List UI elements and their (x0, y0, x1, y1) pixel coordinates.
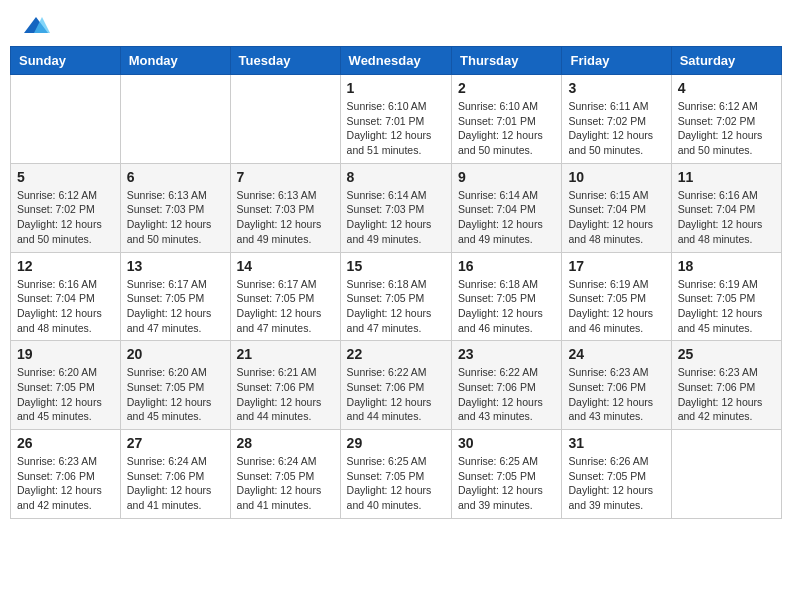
day-info: Sunrise: 6:10 AM Sunset: 7:01 PM Dayligh… (347, 99, 445, 158)
day-info: Sunrise: 6:25 AM Sunset: 7:05 PM Dayligh… (458, 454, 555, 513)
day-number: 29 (347, 435, 445, 451)
calendar-cell: 26Sunrise: 6:23 AM Sunset: 7:06 PM Dayli… (11, 430, 121, 519)
day-number: 10 (568, 169, 664, 185)
day-info: Sunrise: 6:23 AM Sunset: 7:06 PM Dayligh… (568, 365, 664, 424)
day-info: Sunrise: 6:13 AM Sunset: 7:03 PM Dayligh… (237, 188, 334, 247)
calendar-header-sunday: Sunday (11, 47, 121, 75)
day-info: Sunrise: 6:16 AM Sunset: 7:04 PM Dayligh… (678, 188, 775, 247)
calendar-header-row: SundayMondayTuesdayWednesdayThursdayFrid… (11, 47, 782, 75)
day-info: Sunrise: 6:23 AM Sunset: 7:06 PM Dayligh… (17, 454, 114, 513)
day-info: Sunrise: 6:16 AM Sunset: 7:04 PM Dayligh… (17, 277, 114, 336)
day-number: 22 (347, 346, 445, 362)
day-info: Sunrise: 6:15 AM Sunset: 7:04 PM Dayligh… (568, 188, 664, 247)
day-number: 19 (17, 346, 114, 362)
day-number: 12 (17, 258, 114, 274)
calendar-cell: 11Sunrise: 6:16 AM Sunset: 7:04 PM Dayli… (671, 163, 781, 252)
calendar-week-4: 26Sunrise: 6:23 AM Sunset: 7:06 PM Dayli… (11, 430, 782, 519)
calendar-cell: 3Sunrise: 6:11 AM Sunset: 7:02 PM Daylig… (562, 75, 671, 164)
calendar-cell: 9Sunrise: 6:14 AM Sunset: 7:04 PM Daylig… (452, 163, 562, 252)
day-info: Sunrise: 6:23 AM Sunset: 7:06 PM Dayligh… (678, 365, 775, 424)
day-number: 9 (458, 169, 555, 185)
day-info: Sunrise: 6:26 AM Sunset: 7:05 PM Dayligh… (568, 454, 664, 513)
day-number: 26 (17, 435, 114, 451)
day-number: 11 (678, 169, 775, 185)
calendar-week-0: 1Sunrise: 6:10 AM Sunset: 7:01 PM Daylig… (11, 75, 782, 164)
day-info: Sunrise: 6:20 AM Sunset: 7:05 PM Dayligh… (17, 365, 114, 424)
day-info: Sunrise: 6:21 AM Sunset: 7:06 PM Dayligh… (237, 365, 334, 424)
calendar-cell: 4Sunrise: 6:12 AM Sunset: 7:02 PM Daylig… (671, 75, 781, 164)
day-info: Sunrise: 6:20 AM Sunset: 7:05 PM Dayligh… (127, 365, 224, 424)
calendar-cell: 2Sunrise: 6:10 AM Sunset: 7:01 PM Daylig… (452, 75, 562, 164)
day-number: 5 (17, 169, 114, 185)
day-info: Sunrise: 6:11 AM Sunset: 7:02 PM Dayligh… (568, 99, 664, 158)
calendar-cell: 28Sunrise: 6:24 AM Sunset: 7:05 PM Dayli… (230, 430, 340, 519)
day-number: 24 (568, 346, 664, 362)
day-number: 8 (347, 169, 445, 185)
calendar-cell: 5Sunrise: 6:12 AM Sunset: 7:02 PM Daylig… (11, 163, 121, 252)
calendar-cell: 7Sunrise: 6:13 AM Sunset: 7:03 PM Daylig… (230, 163, 340, 252)
calendar-cell (230, 75, 340, 164)
calendar-header-friday: Friday (562, 47, 671, 75)
calendar-header-wednesday: Wednesday (340, 47, 451, 75)
day-number: 20 (127, 346, 224, 362)
day-info: Sunrise: 6:12 AM Sunset: 7:02 PM Dayligh… (678, 99, 775, 158)
day-info: Sunrise: 6:24 AM Sunset: 7:05 PM Dayligh… (237, 454, 334, 513)
page-header (10, 10, 782, 36)
calendar-cell: 15Sunrise: 6:18 AM Sunset: 7:05 PM Dayli… (340, 252, 451, 341)
day-info: Sunrise: 6:12 AM Sunset: 7:02 PM Dayligh… (17, 188, 114, 247)
day-info: Sunrise: 6:17 AM Sunset: 7:05 PM Dayligh… (237, 277, 334, 336)
calendar-cell: 21Sunrise: 6:21 AM Sunset: 7:06 PM Dayli… (230, 341, 340, 430)
calendar-cell (11, 75, 121, 164)
calendar-week-2: 12Sunrise: 6:16 AM Sunset: 7:04 PM Dayli… (11, 252, 782, 341)
day-number: 31 (568, 435, 664, 451)
day-info: Sunrise: 6:19 AM Sunset: 7:05 PM Dayligh… (568, 277, 664, 336)
day-info: Sunrise: 6:17 AM Sunset: 7:05 PM Dayligh… (127, 277, 224, 336)
logo (20, 15, 52, 31)
day-number: 3 (568, 80, 664, 96)
day-info: Sunrise: 6:25 AM Sunset: 7:05 PM Dayligh… (347, 454, 445, 513)
day-info: Sunrise: 6:18 AM Sunset: 7:05 PM Dayligh… (458, 277, 555, 336)
day-info: Sunrise: 6:13 AM Sunset: 7:03 PM Dayligh… (127, 188, 224, 247)
calendar-cell: 16Sunrise: 6:18 AM Sunset: 7:05 PM Dayli… (452, 252, 562, 341)
calendar-cell: 22Sunrise: 6:22 AM Sunset: 7:06 PM Dayli… (340, 341, 451, 430)
day-info: Sunrise: 6:22 AM Sunset: 7:06 PM Dayligh… (458, 365, 555, 424)
day-number: 25 (678, 346, 775, 362)
day-number: 1 (347, 80, 445, 96)
day-info: Sunrise: 6:24 AM Sunset: 7:06 PM Dayligh… (127, 454, 224, 513)
day-number: 16 (458, 258, 555, 274)
day-number: 2 (458, 80, 555, 96)
day-info: Sunrise: 6:10 AM Sunset: 7:01 PM Dayligh… (458, 99, 555, 158)
day-number: 6 (127, 169, 224, 185)
day-info: Sunrise: 6:22 AM Sunset: 7:06 PM Dayligh… (347, 365, 445, 424)
calendar-cell: 6Sunrise: 6:13 AM Sunset: 7:03 PM Daylig… (120, 163, 230, 252)
day-number: 13 (127, 258, 224, 274)
day-number: 30 (458, 435, 555, 451)
calendar-week-1: 5Sunrise: 6:12 AM Sunset: 7:02 PM Daylig… (11, 163, 782, 252)
day-info: Sunrise: 6:14 AM Sunset: 7:04 PM Dayligh… (458, 188, 555, 247)
day-info: Sunrise: 6:18 AM Sunset: 7:05 PM Dayligh… (347, 277, 445, 336)
calendar-cell: 31Sunrise: 6:26 AM Sunset: 7:05 PM Dayli… (562, 430, 671, 519)
day-number: 7 (237, 169, 334, 185)
day-number: 4 (678, 80, 775, 96)
calendar-cell: 13Sunrise: 6:17 AM Sunset: 7:05 PM Dayli… (120, 252, 230, 341)
day-info: Sunrise: 6:14 AM Sunset: 7:03 PM Dayligh… (347, 188, 445, 247)
calendar-header-tuesday: Tuesday (230, 47, 340, 75)
day-number: 15 (347, 258, 445, 274)
day-number: 18 (678, 258, 775, 274)
calendar-week-3: 19Sunrise: 6:20 AM Sunset: 7:05 PM Dayli… (11, 341, 782, 430)
calendar-header-thursday: Thursday (452, 47, 562, 75)
calendar-cell: 14Sunrise: 6:17 AM Sunset: 7:05 PM Dayli… (230, 252, 340, 341)
day-number: 28 (237, 435, 334, 451)
day-number: 23 (458, 346, 555, 362)
calendar-cell (120, 75, 230, 164)
day-number: 14 (237, 258, 334, 274)
day-number: 17 (568, 258, 664, 274)
calendar-cell: 24Sunrise: 6:23 AM Sunset: 7:06 PM Dayli… (562, 341, 671, 430)
logo-icon (22, 15, 50, 37)
calendar-cell: 30Sunrise: 6:25 AM Sunset: 7:05 PM Dayli… (452, 430, 562, 519)
day-info: Sunrise: 6:19 AM Sunset: 7:05 PM Dayligh… (678, 277, 775, 336)
calendar-cell: 23Sunrise: 6:22 AM Sunset: 7:06 PM Dayli… (452, 341, 562, 430)
calendar-cell: 1Sunrise: 6:10 AM Sunset: 7:01 PM Daylig… (340, 75, 451, 164)
calendar-cell: 17Sunrise: 6:19 AM Sunset: 7:05 PM Dayli… (562, 252, 671, 341)
calendar-header-monday: Monday (120, 47, 230, 75)
